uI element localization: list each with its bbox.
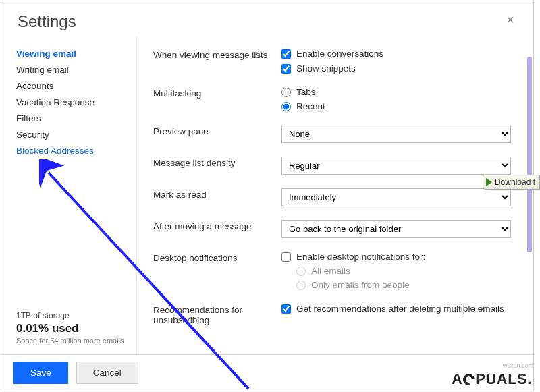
row-after-moving: After moving a message Go back to the or… [153,220,520,238]
checkbox-enable-desktop[interactable] [281,252,291,262]
label-enable-conversations: Enable conversations [296,49,383,59]
row-recommendations: Recommendations for unsubscribing Get re… [153,304,520,325]
label-show-snippets: Show snippets [296,63,356,74]
label-desktop-notifications: Desktop notifications [153,252,281,263]
radio-desktop-people[interactable] [296,281,306,290]
select-message-density[interactable]: Regular [281,157,511,175]
select-preview-pane[interactable]: None [281,125,511,143]
label-preview-pane: Preview pane [153,125,281,136]
play-icon [486,178,492,186]
row-message-density: Message list density Regular [153,157,520,175]
row-preview-pane: Preview pane None [153,125,520,143]
option-show-snippets[interactable]: Show snippets [281,63,520,74]
scrollbar[interactable] [527,57,532,252]
sidebar: Viewing email Writing email Accounts Vac… [1,36,136,354]
row-desktop-notifications: Desktop notifications Enable desktop not… [153,252,520,290]
label-recommendations-text: Get recommendations after deleting multi… [296,304,504,314]
label-mark-as-read: Mark as read [153,188,281,200]
download-label: Download t [495,177,535,187]
label-desktop-people: Only emails from people [311,280,410,290]
sidebar-nav: Viewing email Writing email Accounts Vac… [16,49,136,156]
cancel-button[interactable]: Cancel [76,362,138,384]
option-recent[interactable]: Recent [281,101,520,111]
checkbox-enable-conversations[interactable] [281,49,291,59]
label-tabs: Tabs [296,87,316,97]
option-enable-conversations[interactable]: Enable conversations [281,49,520,59]
sidebar-item-filters[interactable]: Filters [16,113,136,123]
label-viewing-lists: When viewing message lists [153,49,281,60]
sidebar-item-security[interactable]: Security [16,130,136,140]
label-multitasking: Multitasking [153,87,281,99]
dialog-header: Settings × [1,1,533,36]
checkbox-recommendations[interactable] [281,304,291,314]
sidebar-item-writing-email[interactable]: Writing email [16,65,136,75]
option-recommendations[interactable]: Get recommendations after deleting multi… [281,304,520,314]
label-recent: Recent [296,101,325,111]
label-desktop-all: All emails [311,266,350,276]
settings-panel: When viewing message lists Enable conver… [136,36,533,354]
option-tabs[interactable]: Tabs [281,87,520,97]
label-enable-desktop: Enable desktop notifications for: [296,252,425,262]
sidebar-item-blocked-addresses[interactable]: Blocked Addresses [16,146,136,156]
select-after-moving[interactable]: Go back to the original folder [281,220,511,238]
site-credit: wsxdn.com [503,362,533,369]
row-mark-as-read: Mark as read Immediately [153,188,520,206]
dialog-body: Viewing email Writing email Accounts Vac… [1,36,533,354]
dialog-title: Settings [18,12,76,31]
storage-capacity: 1TB of storage [16,311,136,320]
label-after-moving: After moving a message [153,220,281,231]
radio-tabs[interactable] [281,88,291,97]
row-multitasking: Multitasking Tabs Recent [153,87,520,111]
select-mark-as-read[interactable]: Immediately [281,188,511,206]
close-icon[interactable]: × [504,12,517,28]
checkbox-show-snippets[interactable] [281,64,291,74]
radio-desktop-all[interactable] [296,267,306,276]
sidebar-item-accounts[interactable]: Accounts [16,81,136,91]
download-badge[interactable]: Download t [483,175,540,190]
option-desktop-people[interactable]: Only emails from people [296,280,520,290]
row-viewing-lists: When viewing message lists Enable conver… [153,49,520,74]
storage-detail: Space for 54 million more emails [16,337,136,345]
sidebar-item-viewing-email[interactable]: Viewing email [16,49,136,59]
label-message-density: Message list density [153,157,281,168]
option-desktop-all[interactable]: All emails [296,266,520,276]
label-recommendations: Recommendations for unsubscribing [153,304,281,325]
radio-recent[interactable] [281,102,291,111]
storage-info: 1TB of storage 0.01% used Space for 54 m… [16,311,136,354]
settings-dialog: Settings × Viewing email Writing email A… [1,1,534,391]
storage-used: 0.01% used [16,322,136,335]
watermark: APUALS. [452,370,532,388]
sidebar-item-vacation-response[interactable]: Vacation Response [16,97,136,107]
option-enable-desktop[interactable]: Enable desktop notifications for: [281,252,520,262]
save-button[interactable]: Save [14,362,68,384]
